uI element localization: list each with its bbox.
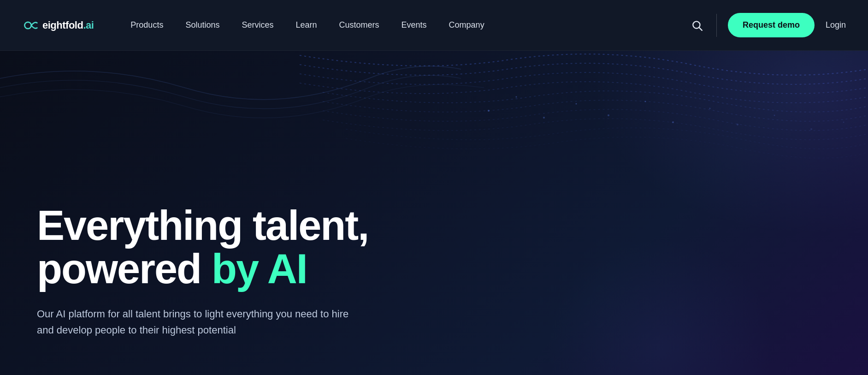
hero-subtext: Our AI platform for all talent brings to… <box>37 306 360 338</box>
nav-right: Request demo Login <box>689 13 846 37</box>
logo-ai: .ai <box>83 19 94 31</box>
hero-content: Everything talent, powered by AI Our AI … <box>37 204 368 338</box>
navbar: eightfold.ai Products Solutions Services… <box>0 0 868 51</box>
svg-point-14 <box>843 122 844 123</box>
nav-item-solutions[interactable]: Solutions <box>176 15 229 36</box>
hero-headline-line1: Everything talent, <box>37 202 368 249</box>
svg-point-9 <box>672 121 674 123</box>
svg-line-2 <box>699 27 702 30</box>
nav-item-learn[interactable]: Learn <box>286 15 326 36</box>
svg-point-13 <box>810 128 812 130</box>
svg-point-8 <box>645 101 646 102</box>
request-demo-button[interactable]: Request demo <box>728 13 815 37</box>
svg-point-3 <box>488 110 490 112</box>
nav-item-events[interactable]: Events <box>392 15 436 36</box>
svg-point-4 <box>516 96 517 98</box>
nav-links: Products Solutions Services Learn Custom… <box>121 15 689 36</box>
logo[interactable]: eightfold.ai <box>22 17 94 34</box>
svg-point-0 <box>24 22 31 28</box>
hero-headline-accent: by AI <box>212 246 307 292</box>
hero-section: Everything talent, powered by AI Our AI … <box>0 51 868 375</box>
nav-item-products[interactable]: Products <box>121 15 172 36</box>
hero-headline-plain: powered <box>37 246 212 292</box>
nav-item-services[interactable]: Services <box>232 15 283 36</box>
bottom-glow <box>545 237 776 375</box>
wave-decoration-top <box>0 51 868 171</box>
nav-divider <box>716 14 717 37</box>
svg-point-7 <box>608 114 609 116</box>
right-glow <box>591 51 868 235</box>
logo-text: eightfold.ai <box>42 19 94 31</box>
svg-point-11 <box>737 124 738 125</box>
hero-headline: Everything talent, powered by AI <box>37 204 368 291</box>
svg-point-12 <box>774 115 775 116</box>
svg-point-5 <box>543 117 545 119</box>
logo-icon <box>22 17 39 34</box>
login-button[interactable]: Login <box>826 20 846 30</box>
hero-headline-line2: powered by AI <box>37 246 307 292</box>
nav-item-company[interactable]: Company <box>440 15 494 36</box>
svg-point-10 <box>709 108 711 109</box>
search-icon <box>691 19 703 31</box>
search-button[interactable] <box>689 17 705 34</box>
nav-item-customers[interactable]: Customers <box>330 15 389 36</box>
svg-point-6 <box>576 103 577 105</box>
